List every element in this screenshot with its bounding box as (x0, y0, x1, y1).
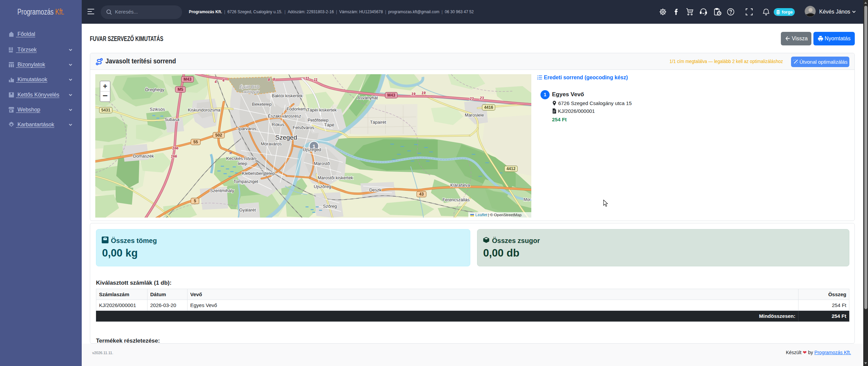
svg-text:Tompasziget: Tompasziget (234, 179, 258, 184)
svg-text:Béketelep: Béketelep (252, 102, 272, 107)
svg-text:4: 4 (214, 80, 217, 84)
svg-text:Marostői kiskertek: Marostői kiskertek (318, 175, 353, 180)
svg-text:43: 43 (419, 192, 424, 197)
svg-text:5431: 5431 (101, 108, 111, 113)
svg-text:Petőfitelep: Petőfitelep (308, 118, 328, 123)
svg-text:Marostő: Marostő (314, 161, 330, 166)
svg-text:166: 166 (172, 146, 179, 150)
svg-text:23: 23 (469, 97, 474, 101)
svg-text:55: 55 (193, 140, 198, 144)
svg-text:Tápéi kiskertek: Tápéi kiskertek (307, 107, 337, 113)
svg-text:Tápé: Tápé (324, 122, 334, 127)
svg-text:Ferencszállás: Ferencszállás (442, 197, 470, 202)
svg-text:19: 19 (411, 92, 416, 96)
svg-text:+: + (103, 82, 107, 90)
svg-text:Kecskés István-: Kecskés István- (226, 156, 257, 161)
svg-text:Újszőreg: Újszőreg (314, 184, 331, 189)
svg-text:Móraváros: Móraváros (261, 141, 282, 146)
svg-text:Deszk: Deszk (369, 187, 382, 192)
svg-text:23: 23 (479, 96, 484, 100)
svg-text:4416: 4416 (484, 105, 493, 110)
svg-text:M43: M43 (387, 93, 395, 98)
svg-text:Szentmihály: Szentmihály (210, 188, 234, 193)
svg-text:Újszeged: Újszeged (303, 147, 321, 152)
svg-text:4: 4 (222, 78, 224, 82)
svg-text:Felsőváros: Felsőváros (293, 125, 314, 130)
svg-text:502: 502 (215, 133, 222, 138)
svg-text:−: − (102, 90, 107, 101)
svg-text:Domaszék: Domaszék (133, 154, 154, 159)
svg-text:19: 19 (421, 91, 426, 95)
svg-text:Gyálarét: Gyálarét (239, 207, 256, 212)
svg-text:11: 11 (314, 78, 317, 82)
svg-text:Északi városrész: Északi városrész (268, 114, 301, 119)
svg-text:autógyár: autógyár (243, 89, 260, 94)
svg-text:Maroslele: Maroslele (465, 113, 484, 118)
svg-text:Rókus: Rókus (272, 122, 284, 127)
svg-text:Sziksós: Sziksós (150, 107, 165, 112)
svg-text:8: 8 (273, 77, 275, 81)
svg-text:M5: M5 (178, 87, 183, 92)
svg-text:Szeged: Szeged (275, 134, 297, 141)
svg-text:5: 5 (194, 199, 196, 203)
svg-text:4412: 4412 (507, 166, 516, 171)
svg-text:166: 166 (171, 154, 177, 158)
svg-text:Épülő BYD: Épülő BYD (240, 84, 260, 89)
svg-text:Fodorkert: Fodorkert (287, 106, 305, 111)
svg-text:Ásványhát: Ásványhát (357, 95, 378, 100)
svg-text:Subasa: Subasa (164, 117, 180, 122)
svg-text:Tápairét: Tápairét (370, 120, 386, 125)
svg-text:11: 11 (305, 76, 309, 80)
svg-text:Klebelsbergtelep: Klebelsbergtelep (242, 171, 275, 176)
svg-text:Mor: Mor (524, 197, 531, 202)
svg-text:| © OpenStreetMap: | © OpenStreetMap (488, 213, 521, 217)
svg-text:Kiskundorozsma: Kiskundorozsma (188, 107, 221, 113)
svg-text:Öreghegy: Öreghegy (145, 87, 164, 92)
svg-text:Klárafalva: Klárafalva (450, 183, 470, 188)
svg-text:Leaflet: Leaflet (475, 213, 487, 217)
svg-text:M43: M43 (183, 77, 192, 82)
svg-text:telep: telep (238, 161, 247, 166)
svg-text:Iparváros: Iparváros (238, 126, 257, 131)
svg-text:Szőreg: Szőreg (323, 204, 337, 209)
svg-text:8: 8 (268, 78, 270, 82)
svg-text:Baktói kiskertek: Baktói kiskertek (272, 93, 303, 98)
